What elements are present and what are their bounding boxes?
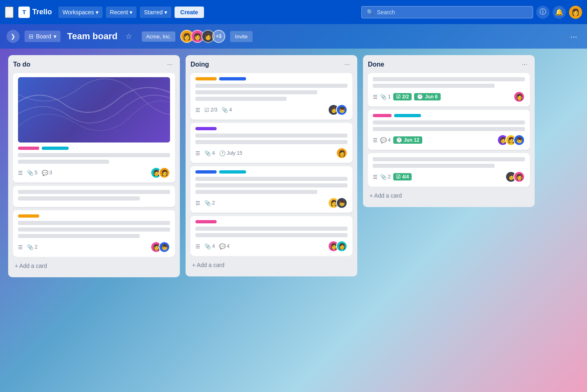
- paperclip-icon: 📎: [380, 174, 387, 180]
- tag-yellow: [195, 77, 217, 80]
- comment-item: 💬 3: [42, 170, 52, 176]
- attach-item: 📎 4: [204, 243, 215, 249]
- paperclip-icon: 📎: [222, 107, 228, 113]
- card-avatars: 👩 👦: [328, 104, 347, 116]
- sidebar-toggle-button[interactable]: ❯: [7, 30, 20, 43]
- member-avatars: 👩 👩 👩 +3: [180, 30, 225, 43]
- list-done-cards: ☰ 📎 1 ☑ 2/2 🕐 Jun 6: [368, 73, 530, 187]
- board-icon: ⊟: [29, 33, 34, 40]
- card-avatar: 👦: [513, 134, 525, 146]
- list-todo-menu-button[interactable]: ···: [165, 60, 175, 69]
- card-avatar: 👩: [336, 147, 347, 159]
- card-tag-row: [195, 170, 347, 174]
- card-avatars: 👩: [336, 147, 347, 159]
- starred-menu-button[interactable]: Starred ▾: [140, 7, 171, 18]
- user-avatar[interactable]: 👩: [569, 6, 582, 19]
- card-text-line: [373, 164, 495, 168]
- list-todo-cards: ☰ 📎 5 💬 3 👩 👩: [13, 73, 175, 257]
- attach-item: 📎 4: [204, 150, 215, 156]
- board-more-button[interactable]: ···: [567, 30, 580, 43]
- chevron-down-icon: ▾: [54, 33, 56, 40]
- card-text-line: [18, 221, 170, 225]
- add-card-button[interactable]: + Add a card: [190, 258, 352, 272]
- card-text-line: [373, 77, 525, 81]
- workspaces-menu-button[interactable]: Workspaces ▾: [58, 7, 103, 18]
- card-meta: ☰ 📎 2 ☑ 4/4: [373, 173, 505, 180]
- desc-icon-item: ☰: [195, 150, 200, 156]
- create-button[interactable]: Create: [175, 7, 204, 18]
- card-todo-2[interactable]: [13, 186, 175, 207]
- attach-count: 2: [35, 244, 38, 250]
- recent-menu-button[interactable]: Recent ▾: [106, 7, 137, 18]
- clock-icon: 🕐: [219, 150, 226, 156]
- card-text-line: [195, 84, 347, 88]
- list-doing-menu-button[interactable]: ···: [342, 60, 352, 69]
- tag-pink: [195, 220, 217, 223]
- card-doing-2[interactable]: ☰ 📎 4 🕐 July 15 👩: [190, 123, 352, 163]
- checklist-count: 2/3: [211, 107, 217, 113]
- card-done-2[interactable]: ☰ 💬 4 🕐 Jun 12 👩 👩: [368, 110, 530, 150]
- attach-count: 1: [388, 94, 391, 100]
- comment-item: 💬 4: [380, 137, 391, 143]
- due-date-value: Jun 6: [425, 94, 437, 100]
- card-tag-row: [18, 147, 170, 150]
- workspace-button[interactable]: Acme, Inc.: [142, 31, 175, 42]
- chevron-down-icon: ▾: [164, 9, 167, 16]
- card-footer: ☰ 📎 4 🕐 July 15 👩: [195, 147, 347, 159]
- card-text-line: [18, 227, 170, 232]
- trello-logo[interactable]: T Trello: [18, 7, 52, 18]
- due-badge: 🕐 Jun 6: [414, 93, 440, 100]
- board-view-button[interactable]: ⊟ Board ▾: [25, 31, 60, 42]
- card-footer: ☰ ☑ 2/3 📎 4 👩 👦: [195, 104, 347, 116]
- clock-icon: 🕐: [417, 94, 423, 100]
- tag-yellow: [18, 214, 39, 218]
- card-avatars: 👩 👩 👦: [497, 134, 525, 146]
- card-footer: ☰ 📎 5 💬 3 👩 👩: [18, 167, 170, 178]
- tag-cyan: [394, 114, 421, 117]
- description-icon: ☰: [195, 107, 200, 113]
- info-icon: ⓘ: [540, 8, 546, 16]
- card-doing-1[interactable]: ☰ ☑ 2/3 📎 4 👩 👦: [190, 73, 352, 120]
- card-text-line: [18, 153, 170, 157]
- list-doing-cards: ☰ ☑ 2/3 📎 4 👩 👦: [190, 73, 352, 256]
- card-todo-1[interactable]: ☰ 📎 5 💬 3 👩 👩: [13, 73, 175, 183]
- card-avatar: 👩: [159, 167, 170, 178]
- add-card-button[interactable]: + Add a card: [368, 189, 530, 202]
- extra-members-count[interactable]: +3: [212, 30, 225, 43]
- star-button[interactable]: ☆: [124, 30, 134, 42]
- card-doing-3[interactable]: ☰ 📎 2 👩 👦: [190, 166, 352, 213]
- card-text-line: [195, 183, 347, 187]
- card-avatar: 👩: [513, 91, 525, 102]
- card-meta: ☰ 💬 4 🕐 Jun 12: [373, 136, 497, 144]
- attach-count: 4: [212, 243, 215, 249]
- comment-icon: 💬: [219, 243, 226, 249]
- invite-button[interactable]: Invite: [230, 31, 253, 42]
- search-box[interactable]: 🔍 Search: [361, 6, 533, 18]
- description-icon: ☰: [18, 244, 23, 250]
- card-doing-4[interactable]: ☰ 📎 4 💬 4 👩 👩: [190, 216, 352, 256]
- search-icon: 🔍: [367, 9, 374, 16]
- description-icon: ☰: [195, 200, 200, 206]
- info-button[interactable]: ⓘ: [536, 6, 549, 19]
- list-done-menu-button[interactable]: ···: [520, 60, 530, 69]
- card-avatars: 👩 👦: [328, 197, 347, 209]
- card-todo-3[interactable]: ☰ 📎 2 👩 👦: [13, 210, 175, 257]
- notifications-button[interactable]: 🔔: [553, 6, 566, 19]
- comment-count: 4: [388, 137, 391, 143]
- due-date-value: Jun 12: [404, 137, 419, 143]
- checklist-icon: ☑: [396, 94, 401, 100]
- card-done-1[interactable]: ☰ 📎 1 ☑ 2/2 🕐 Jun 6: [368, 73, 530, 107]
- list-todo-header: To do ···: [13, 60, 175, 69]
- list-doing: Doing ··· ☰ ☑: [186, 55, 357, 276]
- list-done-header: Done ···: [368, 60, 530, 69]
- card-done-3[interactable]: ☰ 📎 2 ☑ 4/4 👩 👩: [368, 153, 530, 187]
- list-todo: To do ···: [8, 55, 180, 277]
- add-card-button[interactable]: + Add a card: [13, 259, 175, 272]
- list-done: Done ··· ☰ 📎 1: [363, 55, 535, 207]
- desc-icon-item: ☰: [373, 137, 378, 143]
- comment-item: 💬 4: [219, 243, 230, 249]
- grid-menu-button[interactable]: ⊞: [5, 7, 13, 18]
- card-footer: ☰ 📎 2 👩 👦: [195, 197, 347, 209]
- checklist-icon: ☑: [204, 107, 209, 113]
- attach-item: 📎 4: [222, 107, 232, 113]
